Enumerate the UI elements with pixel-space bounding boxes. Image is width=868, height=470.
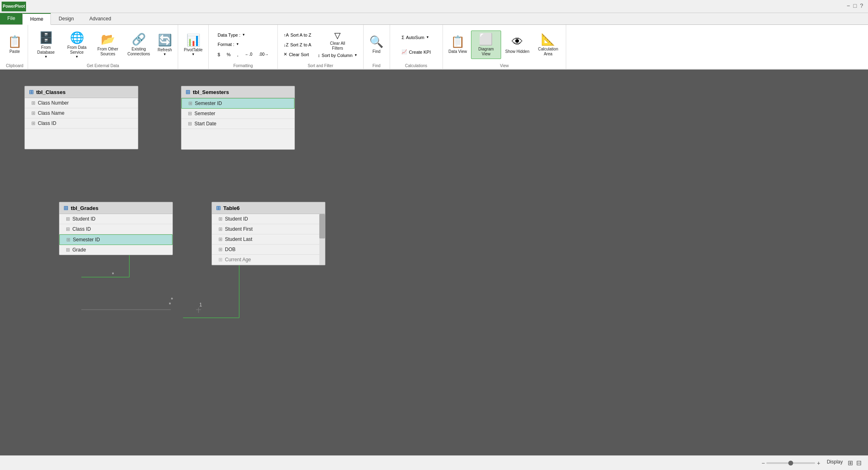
field-dob[interactable]: ⊞ DOB — [212, 245, 325, 255]
zoom-control[interactable]: − + — [761, 460, 820, 466]
table-icon: ⊞ — [216, 205, 221, 211]
svg-text:*: * — [169, 301, 171, 308]
field-semester-id-grades[interactable]: ⊞ Semester ID — [59, 234, 172, 245]
zoom-in-icon[interactable]: + — [817, 460, 820, 466]
field-semester[interactable]: ⊞ Semester — [181, 109, 294, 119]
sort-by-column-button[interactable]: ↕ Sort by Column ▼ — [315, 52, 360, 59]
svg-text:*: * — [171, 296, 173, 303]
field-student-first[interactable]: ⊞ Student First — [212, 224, 325, 234]
sort-za-icon: ↓Z — [284, 42, 288, 47]
field-semester-id[interactable]: ⊞ Semester ID — [181, 98, 294, 109]
tab-file[interactable]: File — [0, 13, 22, 24]
ribbon-group-sort-filter: ↑A Sort A to Z ↓Z Sort Z to A ✕ Clear So… — [278, 25, 363, 69]
restore-btn[interactable]: □ — [853, 2, 857, 9]
pivot-icon: 📊 — [186, 33, 201, 47]
field-student-id[interactable]: ⊞ Student ID — [59, 214, 172, 224]
field-class-id[interactable]: ⊞ Class ID — [25, 118, 138, 129]
sort-a-z-button[interactable]: ↑A Sort A to Z — [281, 31, 314, 39]
autosum-button[interactable]: Σ AutoSum ▼ — [399, 33, 433, 42]
table-tbl-semesters[interactable]: ⊞ tbl_Semesters ⊞ Semester ID ⊞ Semester… — [181, 86, 295, 150]
show-hidden-button[interactable]: 👁 Show Hidden — [503, 31, 532, 59]
scrollbar-thumb — [319, 214, 325, 238]
field-class-id-grades[interactable]: ⊞ Class ID — [59, 224, 172, 234]
field-icon: ⊞ — [66, 226, 70, 232]
data-view-button[interactable]: 📋 Data View — [446, 31, 469, 59]
field-icon: ⊞ — [31, 110, 35, 116]
field-current-age[interactable]: ⊞ Current Age — [212, 255, 325, 265]
format-dropdown[interactable]: Format : ▼ — [215, 40, 271, 49]
calc-area-icon: 📐 — [541, 33, 555, 46]
show-hidden-icon: 👁 — [512, 35, 523, 48]
status-bar: − + Display ⊞ ⊟ — [0, 455, 868, 470]
field-icon: ⊞ — [66, 237, 70, 243]
field-start-date[interactable]: ⊞ Start Date — [181, 119, 294, 129]
status-right: − + Display ⊞ ⊟ — [761, 459, 861, 467]
decimal-decrease-button[interactable]: ←.0 — [242, 50, 255, 59]
connections-icon: 🔗 — [132, 33, 146, 46]
ribbon-group-formatting: Data Type : ▼ Format : ▼ $ % , ←.0 .00→ … — [209, 25, 278, 69]
ribbon-group-view: 📋 Data View ⬜ Diagram View 👁 Show Hidden… — [443, 25, 567, 69]
table-tbl-grades-header: ⊞ tbl_Grades — [59, 202, 172, 214]
field-grade[interactable]: ⊞ Grade — [59, 245, 172, 255]
list-view-icon[interactable]: ⊟ — [856, 459, 861, 467]
dollar-button[interactable]: $ — [215, 50, 222, 59]
from-data-service-button[interactable]: 🌐 From Data Service ▼ — [62, 31, 92, 59]
paste-button[interactable]: 📋 Paste — [5, 31, 24, 59]
table-tbl-semesters-header: ⊞ tbl_Semesters — [181, 86, 294, 98]
ribbon-group-calculations: Σ AutoSum ▼ 📈 Create KPI Calculations — [390, 25, 443, 69]
tab-advanced[interactable]: Advanced — [82, 13, 119, 24]
zoom-out-icon[interactable]: − — [761, 460, 765, 466]
table6-scrollbar[interactable] — [319, 214, 325, 265]
decimal-increase-button[interactable]: .00→ — [256, 50, 271, 59]
clear-sort-button[interactable]: ✕ Clear Sort — [281, 50, 314, 59]
view-icons: Display ⊞ ⊟ — [827, 459, 861, 467]
svg-text:*: * — [112, 271, 114, 278]
clear-all-filters-button[interactable]: ▽ Clear All Filters — [315, 31, 360, 51]
field-icon: ⊞ — [66, 216, 70, 222]
field-icon: ⊞ — [188, 101, 192, 106]
help-btn[interactable]: ? — [860, 2, 863, 9]
zoom-slider[interactable] — [766, 462, 815, 464]
field-class-name[interactable]: ⊞ Class Name — [25, 108, 138, 118]
format-label: Format : — [218, 42, 234, 47]
field-icon: ⊞ — [218, 236, 222, 242]
field-student-last[interactable]: ⊞ Student Last — [212, 234, 325, 245]
diagram-area[interactable]: 1 * 1 * * 1 ⊞ tbl_Classes ⊞ Class Number… — [0, 70, 868, 438]
table-tbl-classes[interactable]: ⊞ tbl_Classes ⊞ Class Number ⊞ Class Nam… — [24, 86, 138, 149]
percent-button[interactable]: % — [224, 50, 233, 59]
kpi-icon: 📈 — [401, 49, 407, 55]
service-icon: 🌐 — [70, 31, 84, 44]
create-kpi-button[interactable]: 📈 Create KPI — [399, 48, 433, 57]
diagram-view-icon: ⬜ — [479, 33, 493, 46]
zoom-thumb — [788, 461, 793, 466]
table-tbl-grades[interactable]: ⊞ tbl_Grades ⊞ Student ID ⊞ Class ID ⊞ S… — [59, 202, 173, 255]
refresh-icon: 🔄 — [158, 33, 172, 47]
paste-icon: 📋 — [8, 35, 22, 48]
existing-connections-button[interactable]: 🔗 Existing Connections — [124, 31, 153, 59]
calculation-area-button[interactable]: 📐 Calculation Area — [533, 31, 563, 59]
field-class-number[interactable]: ⊞ Class Number — [25, 98, 138, 108]
diagram-view-button[interactable]: ⬜ Diagram View — [471, 31, 501, 59]
find-icon: 🔍 — [369, 35, 384, 48]
sort-z-a-button[interactable]: ↓Z Sort Z to A — [281, 40, 314, 49]
minimize-btn[interactable]: − — [847, 2, 850, 9]
grid-view-icon[interactable]: ⊞ — [848, 459, 853, 467]
clear-sort-icon: ✕ — [284, 52, 287, 57]
field-student-id-t6[interactable]: ⊞ Student ID — [212, 214, 325, 224]
tab-home[interactable]: Home — [22, 13, 51, 25]
refresh-button[interactable]: 🔄 Refresh ▼ — [155, 31, 174, 59]
table-icon: ⊞ — [29, 89, 34, 95]
svg-text:1: 1 — [199, 302, 202, 308]
table-icon: ⊞ — [63, 205, 68, 211]
ribbon-group-pivot: 📊 PivotTable ▼ — [178, 25, 209, 69]
table-table6[interactable]: ⊞ Table6 ⊞ Student ID ⊞ Student First ⊞ … — [212, 202, 325, 265]
sort-az-icon: ↑A — [284, 33, 289, 37]
ribbon-group-external-data: 🗄️ From Database ▼ 🌐 From Data Service ▼… — [28, 25, 178, 69]
data-type-dropdown[interactable]: Data Type : ▼ — [215, 31, 271, 39]
pivot-table-button[interactable]: 📊 PivotTable ▼ — [181, 31, 205, 59]
find-button[interactable]: 🔍 Find — [367, 31, 386, 59]
comma-button[interactable]: , — [235, 50, 241, 59]
from-other-sources-button[interactable]: 📂 From Other Sources — [93, 31, 122, 59]
from-database-button[interactable]: 🗄️ From Database ▼ — [31, 31, 61, 59]
tab-design[interactable]: Design — [51, 13, 81, 24]
